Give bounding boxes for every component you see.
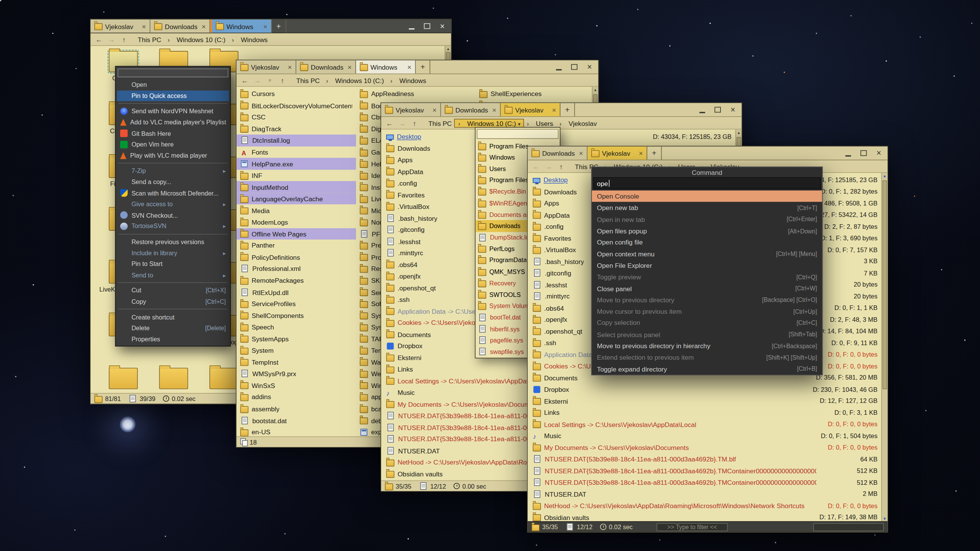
type-to-filter-box[interactable]: >> Type to filter << (657, 523, 728, 531)
context-menu-item[interactable]: Delete [Delete] (117, 323, 229, 334)
file-row[interactable]: WMSysPr9.prx (237, 368, 356, 379)
context-menu-item[interactable]: Send with NordVPN Meshnet (117, 106, 229, 117)
context-menu-item[interactable]: Properties (117, 334, 229, 345)
file-row[interactable]: Professional.xml (237, 263, 356, 274)
file-row[interactable]: Dropbox D: 230, F: 1043, 46 GB (529, 383, 881, 395)
back-button[interactable] (239, 75, 250, 85)
scroll-up-icon[interactable] (593, 87, 598, 93)
back-button[interactable] (93, 34, 105, 44)
context-menu-item[interactable]: SVN Checkout... (117, 210, 229, 221)
tab[interactable]: Downloads (150, 20, 210, 33)
tab[interactable]: Vjekoslav (91, 20, 150, 33)
tab-close-icon[interactable] (288, 63, 292, 71)
file-row[interactable]: ShellComponents (237, 310, 356, 321)
file-row[interactable]: Panther (237, 240, 356, 251)
file-row[interactable]: ModemLogs (237, 216, 356, 228)
file-row[interactable]: Local Settings -> C:\Users\Vjekoslav\App… (529, 418, 881, 430)
command-item[interactable]: Move cursor to previous item [Ctrl+Up] (592, 305, 822, 317)
tab-close-icon[interactable] (492, 106, 497, 114)
new-tab-button[interactable] (272, 20, 286, 33)
file-row[interactable]: assembly (237, 403, 356, 414)
context-menu-item[interactable]: 7-Zip (117, 165, 229, 176)
context-menu-item[interactable]: Restore previous versions (117, 236, 229, 247)
command-item[interactable]: Open context menu [Ctrl+M] [Menu] (592, 248, 822, 259)
file-row[interactable]: Obsidian vaults D: 17, F: 149, 38 MB (529, 512, 881, 521)
command-item[interactable]: Toggle expand directory [Ctrl+B] (592, 363, 822, 375)
tab[interactable]: Vjekoslav (588, 147, 647, 160)
file-row[interactable]: NetHood -> C:\Users\Vjekoslav\AppData\Ro… (529, 500, 881, 511)
tab-close-icon[interactable] (202, 22, 206, 30)
close-button[interactable] (730, 106, 735, 114)
back-button[interactable] (530, 161, 542, 171)
command-item[interactable]: Open File Explorer (592, 259, 822, 271)
context-menu-item[interactable] (118, 309, 228, 310)
tab[interactable]: Vjekoslav (237, 60, 296, 74)
context-menu-item[interactable]: Add to VLC media player's Playlist (117, 117, 229, 128)
forward-button[interactable] (252, 75, 263, 85)
forward-button[interactable] (106, 34, 117, 44)
maximize-button[interactable] (572, 64, 578, 70)
forward-button[interactable] (396, 118, 408, 128)
context-menu-item[interactable]: Send a copy... (117, 176, 229, 187)
minimize-button[interactable] (409, 23, 415, 29)
file-row[interactable]: SystemApps (237, 333, 356, 344)
scroll-up-icon[interactable] (445, 46, 451, 52)
breadcrumb-segment[interactable]: This PC (293, 77, 323, 84)
file-row[interactable]: Music D: 0, F: 1, 504 bytes (529, 430, 881, 442)
file-row[interactable]: en-US (237, 426, 356, 437)
file-row[interactable]: Cursors (237, 88, 356, 99)
up-button[interactable] (555, 161, 567, 171)
breadcrumb-segment[interactable]: Windows (229, 36, 271, 43)
command-item[interactable]: Open files popup [Alt+Down] (592, 225, 822, 236)
forward-button[interactable] (543, 161, 554, 171)
file-row[interactable]: WinSxS (237, 380, 356, 391)
command-item[interactable]: Extend selection to previous item [Shift… (592, 352, 822, 363)
tab[interactable]: Downloads (296, 60, 356, 74)
tab[interactable]: Vjekoslav (501, 103, 560, 116)
breadcrumb-segment[interactable]: Windows 10 (C:) (323, 77, 387, 84)
command-item[interactable]: Toggle preview [Ctrl+Q] (592, 271, 822, 282)
breadcrumb-segment[interactable]: Users (524, 119, 556, 127)
context-menu-item[interactable]: Create shortcut (117, 311, 229, 323)
up-button[interactable] (277, 75, 288, 85)
file-row[interactable]: CSC (237, 111, 356, 123)
command-item[interactable]: Open Console (592, 191, 822, 202)
file-row[interactable]: RemotePackages (237, 275, 356, 286)
command-item[interactable]: Open new tab [Ctrl+T] (592, 202, 822, 214)
file-row[interactable]: My Documents -> C:\Users\Vjekoslav\Docum… (529, 442, 881, 453)
file-row[interactable]: System (237, 344, 356, 356)
context-menu-item[interactable]: Pin to Quick access (117, 90, 229, 101)
file-row[interactable]: NTUSER.DAT{53b39e88-18c4-11ea-a811-000d3… (529, 465, 881, 476)
context-menu-item[interactable]: Cut [Ctrl+X] (117, 285, 229, 296)
context-menu-item[interactable]: Pin to Start (117, 258, 229, 269)
file-row[interactable]: DtcInstall.log (237, 135, 356, 146)
scroll-thumb[interactable] (882, 181, 887, 390)
tab[interactable]: Windows (210, 20, 272, 33)
file-row[interactable]: LanguageOverlayCache (237, 193, 356, 204)
tab-close-icon[interactable] (433, 106, 437, 114)
history-dropdown-icon[interactable] (264, 75, 276, 85)
tab-close-icon[interactable] (639, 149, 643, 157)
context-menu-item[interactable]: Play with VLC media player (117, 150, 229, 161)
file-row[interactable]: NTUSER.DAT{53b39e88-18c4-11ea-a811-000d3… (529, 476, 881, 488)
command-item[interactable]: Open config file (592, 236, 822, 248)
minimize-button[interactable] (846, 150, 851, 156)
close-button[interactable] (587, 63, 592, 71)
file-row[interactable]: TempInst (237, 356, 356, 368)
file-row[interactable]: ServiceProfiles (237, 298, 356, 310)
command-item[interactable]: Copy selection [Ctrl+C] (592, 317, 822, 329)
file-row[interactable]: NTUSER.DAT 2 MB (529, 488, 881, 500)
file-row[interactable]: ShellExperiences (475, 88, 595, 99)
tab-close-icon[interactable] (142, 22, 146, 30)
up-button[interactable] (118, 34, 130, 44)
tab-close-icon[interactable] (263, 22, 268, 30)
tab[interactable]: Downloads (441, 103, 501, 116)
file-row[interactable]: InputMethod (237, 181, 356, 193)
breadcrumb-segment[interactable]: Vjekoslav (556, 119, 600, 127)
context-menu-item[interactable]: Open Vim here (117, 139, 229, 150)
breadcrumb-segment[interactable]: This PC (425, 119, 455, 127)
breadcrumb-segment[interactable]: Windows 10 (C:) (164, 36, 229, 43)
file-row[interactable]: Speech (237, 321, 356, 333)
tab-close-icon[interactable] (348, 63, 352, 71)
minimize-button[interactable] (700, 107, 706, 113)
